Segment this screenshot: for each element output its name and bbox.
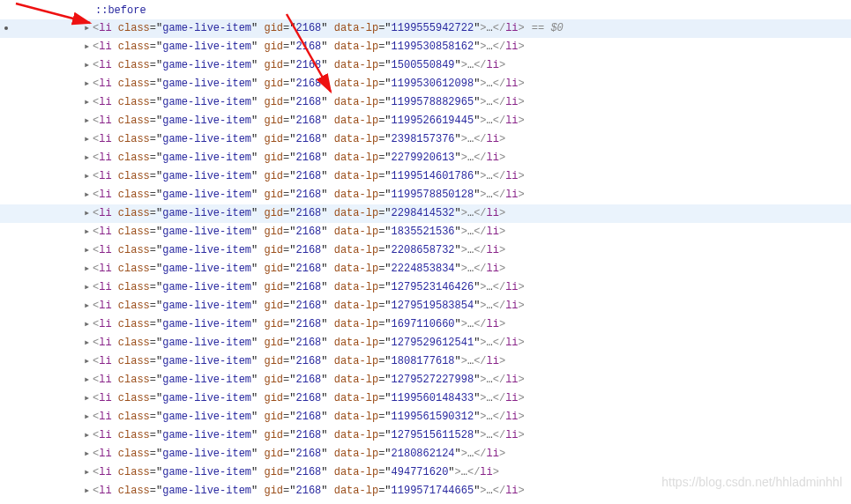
attr-gid-value: 2168 (295, 263, 321, 275)
children-ellipsis[interactable]: … (487, 411, 493, 423)
dom-node-row[interactable]: ▸<li class="game-live-item" gid="2168" d… (0, 408, 851, 426)
dom-node-row[interactable]: ▸<li class="game-live-item" gid="2168" d… (0, 482, 851, 500)
expand-triangle-icon[interactable]: ▸ (84, 186, 93, 204)
angle-bracket: < (493, 22, 499, 34)
children-ellipsis[interactable]: … (487, 96, 493, 108)
expand-triangle-icon[interactable]: ▸ (84, 463, 93, 482)
expand-triangle-icon[interactable]: ▸ (84, 426, 93, 445)
expand-triangle-icon[interactable]: ▸ (84, 297, 93, 315)
attr-class-name: class (118, 411, 150, 423)
dom-node-row[interactable]: ▸<li class="game-live-item" gid="2168" d… (0, 130, 851, 149)
expand-triangle-icon[interactable]: ▸ (84, 149, 93, 167)
quote: " (251, 411, 258, 423)
children-ellipsis[interactable]: … (487, 78, 493, 90)
expand-triangle-icon[interactable]: ▸ (84, 260, 93, 278)
children-ellipsis[interactable]: … (487, 337, 493, 349)
equals: = (150, 411, 156, 423)
children-ellipsis[interactable]: … (487, 22, 493, 34)
expand-triangle-icon[interactable]: ▸ (84, 278, 93, 297)
quote: " (384, 411, 391, 423)
expand-triangle-icon[interactable]: ▸ (84, 315, 93, 334)
expand-triangle-icon[interactable]: ▸ (84, 352, 93, 371)
attr-class-name: class (118, 300, 150, 312)
dom-node-row[interactable]: ▸<li class="game-live-item" gid="2168" d… (0, 112, 851, 130)
tag-name: li (99, 411, 111, 423)
expand-triangle-icon[interactable]: ▸ (84, 75, 93, 93)
children-ellipsis[interactable]: … (487, 429, 493, 441)
children-ellipsis[interactable]: … (487, 392, 493, 404)
attr-gid-name: gid (264, 226, 283, 238)
dom-node-row[interactable]: ▸<li class="game-live-item" gid="2168" d… (0, 445, 851, 463)
expand-triangle-icon[interactable]: ▸ (84, 371, 93, 389)
dom-node-row[interactable]: ▸<li class="game-live-item" gid="2168" d… (0, 371, 851, 389)
quote: " (251, 244, 258, 256)
angle-bracket: > (461, 355, 467, 367)
children-ellipsis[interactable]: … (487, 485, 493, 497)
dom-node-row[interactable]: ▸<li class="game-live-item" gid="2168" d… (0, 278, 851, 297)
dom-node-row[interactable]: ▸<li class="game-live-item" gid="2168" d… (0, 297, 851, 315)
quote: " (384, 485, 391, 497)
tag-name: li (99, 318, 111, 330)
attr-data-lp-value: 2208658732 (392, 244, 455, 256)
children-ellipsis[interactable]: … (487, 41, 493, 53)
children-ellipsis[interactable]: … (487, 189, 493, 201)
attr-gid-value: 2168 (295, 448, 321, 460)
expand-triangle-icon[interactable]: ▸ (84, 408, 93, 426)
attr-data-lp-value: 1697110660 (392, 318, 455, 330)
dom-node-row[interactable]: ▸<li class="game-live-item" gid="2168" d… (0, 241, 851, 260)
dom-node-row[interactable]: ▸<li class="game-live-item" gid="2168" d… (0, 389, 851, 408)
expand-triangle-icon[interactable]: ▸ (84, 204, 93, 223)
quote: " (384, 207, 391, 219)
children-ellipsis[interactable]: … (487, 281, 493, 293)
expand-triangle-icon[interactable]: ▸ (84, 38, 93, 56)
angle-bracket: < (493, 96, 499, 108)
dom-node-row[interactable]: ▸<li class="game-live-item" gid="2168" d… (0, 426, 851, 445)
quote: " (384, 429, 391, 441)
quote: " (321, 41, 327, 53)
dom-node-row[interactable]: ▸<li class="game-live-item" gid="2168" d… (0, 223, 851, 241)
children-ellipsis[interactable]: … (487, 374, 493, 386)
dom-node-row[interactable]: ▸<li class="game-live-item" gid="2168" d… (0, 204, 851, 223)
attr-gid-value: 2168 (295, 337, 321, 349)
dom-node-row[interactable]: ▸<li class="game-live-item" gid="2168" d… (0, 19, 851, 38)
expand-triangle-icon[interactable]: ▸ (84, 167, 93, 186)
expand-triangle-icon[interactable]: ▸ (84, 223, 93, 241)
dom-node-row[interactable]: ▸<li class="game-live-item" gid="2168" d… (0, 334, 851, 352)
dom-node-row[interactable]: ▸<li class="game-live-item" gid="2168" d… (0, 75, 851, 93)
expand-triangle-icon[interactable]: ▸ (84, 445, 93, 463)
expand-triangle-icon[interactable]: ▸ (84, 93, 93, 112)
equals: = (150, 41, 156, 53)
dom-node-row[interactable]: ▸<li class="game-live-item" gid="2168" d… (0, 167, 851, 186)
dom-node-row[interactable]: ▸<li class="game-live-item" gid="2168" d… (0, 352, 851, 371)
attr-data-lp-value: 1279527227998 (392, 374, 474, 386)
quote: " (384, 59, 391, 71)
expand-triangle-icon[interactable]: ▸ (84, 241, 93, 260)
expand-triangle-icon[interactable]: ▸ (84, 56, 93, 75)
angle-bracket: > (519, 78, 525, 90)
expand-triangle-icon[interactable]: ▸ (84, 389, 93, 408)
expand-triangle-icon[interactable]: ▸ (84, 130, 93, 149)
dom-node-row[interactable]: ▸<li class="game-live-item" gid="2168" d… (0, 149, 851, 167)
dom-node-row[interactable]: ▸<li class="game-live-item" gid="2168" d… (0, 93, 851, 112)
expand-triangle-icon[interactable]: ▸ (84, 112, 93, 130)
dom-node-row[interactable]: ▸<li class="game-live-item" gid="2168" d… (0, 260, 851, 278)
attr-class-name: class (118, 152, 150, 164)
children-ellipsis[interactable]: … (487, 115, 493, 127)
dom-node-row[interactable]: ▸<li class="game-live-item" gid="2168" d… (0, 463, 851, 482)
expand-triangle-icon[interactable]: ▸ (84, 334, 93, 352)
attr-data-lp-name: data-lp (334, 466, 378, 478)
dom-node-row[interactable]: ▸<li class="game-live-item" gid="2168" d… (0, 38, 851, 56)
close-tag-name: li (487, 152, 499, 164)
expand-triangle-icon[interactable]: ▸ (84, 482, 93, 500)
dom-node-row[interactable]: ▸<li class="game-live-item" gid="2168" d… (0, 56, 851, 75)
dom-node-row[interactable]: ▸<li class="game-live-item" gid="2168" d… (0, 315, 851, 334)
quote: " (384, 133, 391, 145)
angle-bracket: > (519, 300, 525, 312)
attr-class-name: class (118, 78, 150, 90)
expand-triangle-icon[interactable]: ▸ (84, 19, 93, 38)
dom-node-row[interactable]: ▸<li class="game-live-item" gid="2168" d… (0, 186, 851, 204)
close-tag-name: li (487, 355, 499, 367)
children-ellipsis[interactable]: … (487, 170, 493, 182)
children-ellipsis[interactable]: … (461, 466, 467, 478)
children-ellipsis[interactable]: … (487, 300, 493, 312)
